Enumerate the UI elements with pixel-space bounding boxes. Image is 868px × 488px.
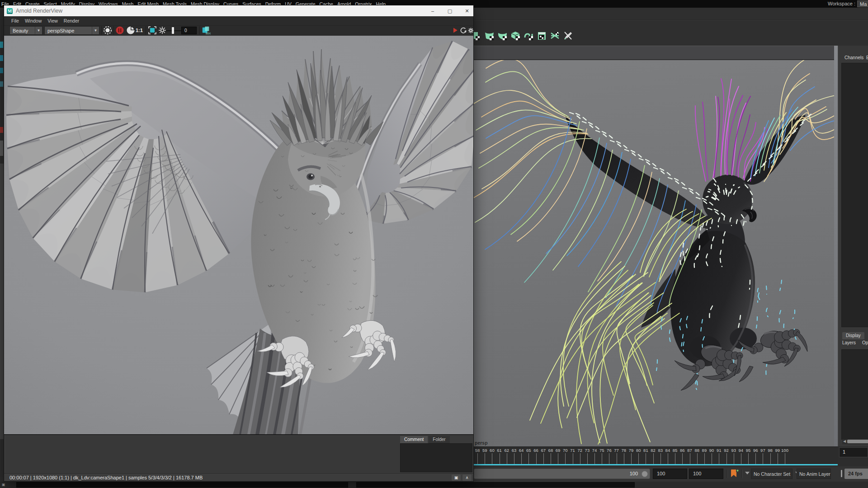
range-slider[interactable]: 100 — [474, 469, 650, 479]
render-settings-gear-icon[interactable] — [467, 27, 474, 34]
timeline-tick[interactable] — [565, 453, 566, 465]
timeline-tick[interactable] — [741, 453, 741, 465]
uv-editor-icon[interactable] — [537, 31, 547, 41]
arnold-menu-view[interactable]: View — [47, 18, 58, 23]
panel-splitter[interactable] — [834, 46, 838, 446]
timeline-tick[interactable] — [587, 453, 588, 465]
timeline-tick[interactable] — [521, 453, 522, 465]
timeline-tick[interactable] — [500, 453, 500, 465]
cut-uv-icon[interactable] — [563, 31, 573, 41]
timeline-tick[interactable] — [778, 453, 778, 465]
snapshot-icon[interactable] — [103, 26, 112, 35]
arnold-menu-window[interactable]: Window — [25, 18, 42, 23]
tab-comment[interactable]: Comment — [400, 436, 428, 443]
timeline-tick[interactable] — [697, 453, 698, 465]
command-line-icon[interactable]: ▣ — [2, 483, 6, 487]
timeline-tick[interactable] — [704, 453, 705, 465]
poly-curve-icon[interactable] — [524, 31, 533, 41]
tab-folder[interactable]: Folder — [429, 436, 449, 443]
channel-box-list[interactable] — [841, 63, 868, 327]
arnold-menu-file[interactable]: File — [11, 18, 19, 23]
playback-speed-handle[interactable] — [841, 470, 842, 477]
layer-list[interactable] — [841, 349, 868, 440]
pause-render-icon[interactable] — [115, 26, 124, 35]
poly-cube-icon[interactable] — [511, 31, 520, 41]
command-line-input[interactable] — [16, 482, 348, 488]
channel-box-tab[interactable]: Channels — [844, 55, 863, 60]
timeline-tick[interactable] — [763, 453, 763, 465]
timeline-tick[interactable] — [734, 453, 734, 465]
timeline-tick[interactable] — [624, 453, 624, 465]
arnold-menu-render[interactable]: Render — [64, 18, 79, 23]
character-set-dropdown-icon[interactable] — [745, 472, 750, 474]
region-render-icon[interactable] — [126, 26, 135, 35]
camera-selector[interactable]: perspShape ▼ — [44, 26, 99, 35]
timeline-tick[interactable] — [528, 453, 529, 465]
cross-curves-icon[interactable] — [550, 31, 560, 41]
maximize-icon[interactable]: ▢ — [446, 8, 453, 14]
timeline-tick[interactable] — [660, 453, 661, 465]
timeline-tick[interactable] — [682, 453, 683, 465]
anim-layer-field[interactable]: No Anim Layer — [797, 469, 831, 479]
fps-field[interactable]: 24 fps — [844, 469, 868, 479]
time-slider[interactable]: 5859606162636465666768697071727374757677… — [474, 446, 838, 466]
timeline-tick[interactable] — [492, 453, 492, 465]
aov-dropdown-icon[interactable]: ▼ — [35, 27, 42, 34]
timeline-tick[interactable] — [485, 453, 485, 465]
poly-shield-icon[interactable] — [485, 31, 494, 41]
timeline-tick[interactable] — [543, 453, 544, 465]
timeline-tick[interactable] — [477, 453, 478, 465]
character-set-field[interactable]: No Character Set — [751, 469, 793, 479]
bookmark-button[interactable] — [730, 469, 740, 479]
timeline-tick[interactable] — [785, 453, 785, 465]
scrollbar-thumb[interactable] — [847, 440, 868, 443]
collapse-panel-icon[interactable]: ∧ — [462, 474, 472, 481]
animation-end-field[interactable]: 100 — [689, 469, 723, 479]
layer-editor-options-menu[interactable]: Op — [862, 340, 868, 345]
timeline-tick[interactable] — [638, 453, 639, 465]
zoom-ratio-label[interactable]: 1:1 — [136, 28, 143, 33]
arnold-titlebar[interactable]: M Arnold RenderView – ▢ ✕ — [4, 5, 473, 16]
refresh-render-icon[interactable] — [460, 27, 467, 34]
timeline-tick[interactable] — [726, 453, 727, 465]
debug-shading-icon[interactable] — [158, 26, 167, 35]
timeline-tick[interactable] — [507, 453, 507, 465]
channel-box-tab-cut[interactable]: E — [866, 55, 868, 60]
timeline-tick[interactable] — [719, 453, 719, 465]
command-line-result[interactable] — [356, 482, 635, 488]
camera-dropdown-icon[interactable]: ▼ — [92, 27, 99, 34]
current-frame-field[interactable]: 1 — [839, 447, 868, 457]
comment-list-box[interactable] — [400, 443, 472, 472]
minimize-icon[interactable]: – — [429, 8, 436, 14]
layer-editor-display-tab[interactable]: Display — [842, 332, 864, 339]
scroll-left-arrow-icon[interactable]: ◀ — [842, 439, 847, 444]
timeline-tick[interactable] — [755, 453, 756, 465]
range-slider-knob[interactable] — [642, 471, 648, 477]
timeline-tick[interactable] — [514, 453, 514, 465]
timeline-tick[interactable] — [712, 453, 712, 465]
aov-selector[interactable]: Beauty ▼ — [9, 26, 42, 35]
playback-end-field[interactable]: 100 — [653, 469, 687, 479]
timeline-tick[interactable] — [573, 453, 573, 465]
timeline-tick[interactable] — [653, 453, 654, 465]
timeline-tick[interactable] — [580, 453, 580, 465]
workspace-selector[interactable]: Ma — [857, 0, 868, 7]
timeline-tick[interactable] — [551, 453, 551, 465]
poly-plane-icon[interactable] — [474, 31, 481, 41]
crop-region-icon[interactable] — [148, 26, 157, 35]
poly-face-icon[interactable] — [498, 31, 507, 41]
layer-list-scrollbar[interactable]: ◀ — [842, 439, 868, 444]
save-image-icon[interactable]: ▣ — [452, 474, 461, 481]
timeline-tick[interactable] — [536, 453, 537, 465]
comment-display-area[interactable] — [6, 436, 400, 472]
timeline-tick[interactable] — [617, 453, 617, 465]
timeline-tick[interactable] — [609, 453, 609, 465]
timeline-tick[interactable] — [631, 453, 632, 465]
close-icon[interactable]: ✕ — [463, 8, 471, 14]
layer-editor-layers-menu[interactable]: Layers — [842, 340, 856, 345]
viewport-persp[interactable]: persp — [474, 60, 838, 447]
debug-value-field[interactable]: 0 — [181, 27, 197, 34]
debug-slider-handle[interactable] — [172, 27, 174, 34]
timeline-tick[interactable] — [594, 453, 595, 465]
timeline-tick[interactable] — [690, 453, 690, 465]
